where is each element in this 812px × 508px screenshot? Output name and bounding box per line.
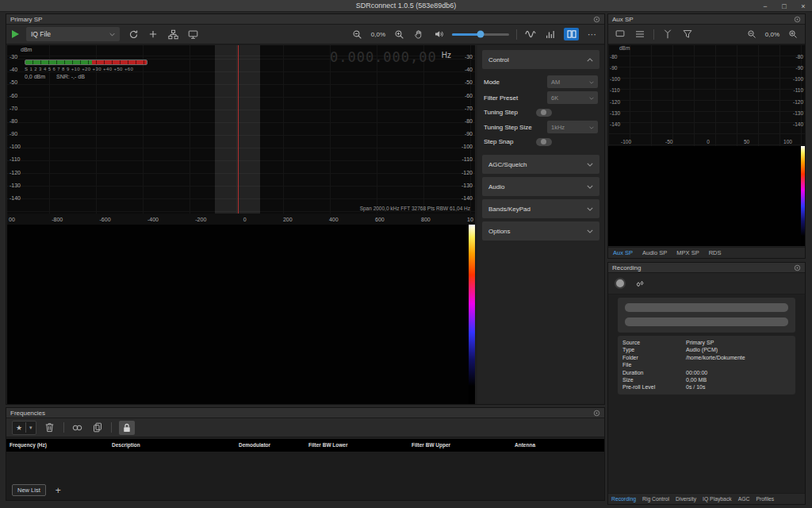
recording-tab[interactable]: Diversity: [676, 496, 696, 502]
vu-meter-box: [618, 298, 795, 333]
panel-detach-icon[interactable]: [794, 264, 801, 271]
hand-icon: [414, 29, 423, 40]
mode-label: Mode: [484, 79, 500, 86]
waveform-view-button[interactable]: [524, 27, 537, 41]
axis-tick: 0: [243, 217, 247, 222]
frequency-axis: 00-800-600-400-200020040060080010: [7, 214, 475, 225]
s-meter-readings: 0,0 dBm SNR: -,- dB: [25, 74, 154, 79]
refresh-button[interactable]: [127, 27, 140, 41]
zoom-in-button[interactable]: [393, 27, 405, 41]
aux-tab[interactable]: MPX SP: [676, 249, 699, 256]
section-audio[interactable]: Audio: [482, 177, 599, 196]
s-meter: S 1 2 3 4 5 6 7 8 9 +10 +20 +30 +40 +50 …: [25, 60, 154, 79]
favorites-split-button[interactable]: ★ ▾: [12, 421, 36, 435]
axis-tick: -600: [100, 217, 111, 222]
aux-tab[interactable]: Audio SP: [642, 249, 667, 256]
tuning-step-size-select[interactable]: 1kHz: [547, 121, 598, 133]
primary-toolbar-right: 0,0% ⋯: [351, 27, 599, 41]
display-button[interactable]: [186, 27, 199, 41]
axis-tick: -50: [462, 79, 473, 86]
section-agc-squelch[interactable]: AGC/Squelch: [482, 155, 599, 174]
field-value: 0,00 MB: [686, 376, 707, 383]
record-button[interactable]: [615, 278, 626, 289]
recording-field-row: Type Audio (PCM): [622, 346, 791, 353]
recording-settings-button[interactable]: [634, 276, 646, 291]
axis-tick: -110: [793, 87, 803, 93]
column-header: Filter BW Lower: [308, 439, 347, 452]
zoom-out-button[interactable]: [351, 27, 364, 41]
link-button[interactable]: [71, 421, 84, 435]
panel-detach-icon[interactable]: [593, 410, 600, 417]
aux-antenna-button[interactable]: [661, 27, 674, 41]
section-control[interactable]: Control: [482, 50, 599, 69]
aux-spectrum-display[interactable]: dBm -80-90-100-110-120-130-140 -80-90-10…: [608, 44, 805, 146]
maximize-button[interactable]: □: [779, 0, 790, 12]
speaker-icon: [434, 29, 444, 39]
step-snap-toggle[interactable]: [536, 138, 552, 146]
split-view-icon: [567, 30, 576, 38]
add-list-button[interactable]: +: [56, 485, 61, 496]
close-button[interactable]: ×: [798, 0, 809, 12]
section-options[interactable]: Options: [482, 221, 599, 241]
more-menu-button[interactable]: ⋯: [586, 27, 599, 41]
aux-tab[interactable]: RDS: [709, 249, 722, 256]
frequencies-table-body[interactable]: [6, 452, 604, 500]
column-header: Antenna: [515, 439, 535, 452]
spectrum-view-button[interactable]: [544, 27, 557, 41]
filter-preset-select[interactable]: 6K: [547, 91, 598, 104]
tuning-line[interactable]: [238, 45, 239, 214]
play-button[interactable]: [12, 30, 19, 38]
aux-list-button[interactable]: [634, 27, 646, 41]
aux-zoom-in-button[interactable]: [787, 27, 799, 41]
section-label: Options: [488, 228, 511, 235]
pan-button[interactable]: [412, 27, 425, 41]
panel-title: Aux SP: [612, 16, 634, 23]
section-label: AGC/Squelch: [488, 161, 527, 168]
frequencies-header: Frequencies: [6, 408, 604, 418]
recording-tab[interactable]: Recording: [611, 496, 636, 502]
aux-waterfall-display[interactable]: [608, 146, 805, 246]
panel-detach-icon[interactable]: [794, 16, 801, 23]
aux-filter-button[interactable]: [681, 27, 694, 41]
section-bands-keypad[interactable]: Bands/KeyPad: [482, 199, 599, 218]
volume-slider[interactable]: [452, 33, 509, 36]
axis-tick: -140: [610, 121, 620, 127]
axis-tick: -120: [462, 170, 473, 176]
volume-button[interactable]: [432, 27, 445, 41]
axis-tick: -50: [10, 79, 21, 86]
recording-tab[interactable]: Profiles: [756, 496, 774, 502]
frequency-readout[interactable]: 0.000.000,00: [330, 49, 437, 65]
waterfall-color-scale: [469, 225, 475, 404]
network-map-button[interactable]: [167, 27, 179, 41]
mode-select[interactable]: AM: [547, 75, 598, 88]
mode-row: Mode AM: [484, 74, 598, 90]
duplicate-button[interactable]: [91, 421, 104, 435]
column-header: Description: [112, 439, 140, 452]
filter-preset-row: Filter Preset 6K: [484, 90, 598, 106]
tuning-step-toggle[interactable]: [536, 109, 552, 117]
recording-tab[interactable]: IQ Playback: [703, 496, 732, 502]
volume-slider-knob[interactable]: [477, 31, 485, 38]
panel-detach-icon[interactable]: [593, 16, 600, 23]
recording-tab[interactable]: AGC: [738, 496, 750, 502]
primary-waterfall-display[interactable]: [7, 225, 475, 404]
minimize-button[interactable]: −: [760, 0, 771, 12]
lock-button[interactable]: [119, 421, 135, 435]
new-list-button[interactable]: New List: [12, 484, 46, 496]
aux-tab[interactable]: Aux SP: [613, 249, 633, 256]
panel-title: Primary SP: [10, 16, 42, 23]
aux-zoom-out-button[interactable]: [745, 27, 758, 41]
delete-button[interactable]: [44, 421, 56, 435]
zoom-in-icon: [394, 29, 404, 40]
field-label: Duration: [622, 369, 686, 376]
axis-tick: -80: [610, 54, 620, 60]
axis-tick: -100: [462, 144, 473, 150]
control-column: Control Mode AM Filter Preset 6K: [477, 45, 604, 404]
recording-tab[interactable]: Rig Control: [642, 496, 669, 502]
source-select[interactable]: IQ File: [26, 27, 120, 41]
combined-view-button[interactable]: [564, 28, 579, 40]
add-button[interactable]: [147, 27, 159, 41]
aux-y-axis-left: -80-90-100-110-120-130-140: [610, 54, 620, 127]
aux-display-button[interactable]: [614, 27, 626, 41]
primary-spectrum-display[interactable]: dBm -30-40-50-60-70-80-90-100-110-120-13…: [7, 45, 475, 214]
